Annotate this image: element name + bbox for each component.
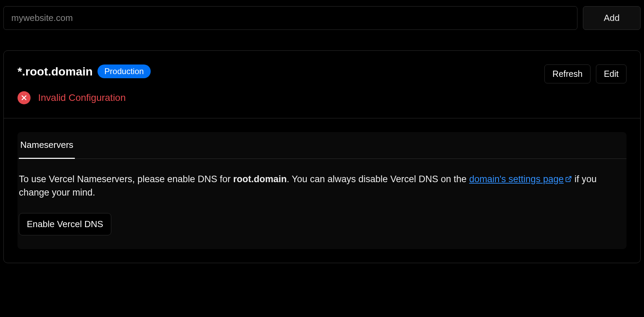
tabs: Nameservers <box>18 132 626 159</box>
domain-title: *.root.domain <box>18 65 93 78</box>
add-domain-row: Add <box>3 6 641 30</box>
settings-page-link[interactable]: domain's settings page <box>469 174 572 184</box>
inner-panel: Nameservers To use Vercel Nameservers, p… <box>18 132 626 249</box>
svg-line-2 <box>568 177 571 180</box>
domain-input[interactable] <box>3 6 577 30</box>
domain-card: *.root.domain Production Refresh Edit In… <box>3 50 641 263</box>
description-part1: To use Vercel Nameservers, please enable… <box>19 174 233 184</box>
edit-button[interactable]: Edit <box>596 64 626 83</box>
description-part2: . You can always disable Vercel DNS on t… <box>287 174 469 184</box>
status-row: Invalid Configuration <box>18 91 626 104</box>
nameservers-description: To use Vercel Nameservers, please enable… <box>19 173 625 199</box>
description-bold-domain: root.domain <box>233 174 287 184</box>
status-text: Invalid Configuration <box>38 92 126 103</box>
external-link-icon <box>565 173 572 186</box>
action-buttons: Refresh Edit <box>544 64 626 83</box>
enable-vercel-dns-button[interactable]: Enable Vercel DNS <box>19 213 111 235</box>
panel-content: To use Vercel Nameservers, please enable… <box>18 159 626 249</box>
title-row: *.root.domain Production <box>18 64 626 78</box>
settings-page-link-text: domain's settings page <box>469 174 564 184</box>
tab-nameservers[interactable]: Nameservers <box>19 132 75 159</box>
add-button[interactable]: Add <box>583 6 641 30</box>
card-body: Nameservers To use Vercel Nameservers, p… <box>4 118 640 263</box>
environment-badge: Production <box>97 64 151 78</box>
refresh-button[interactable]: Refresh <box>544 64 590 83</box>
card-header: *.root.domain Production Refresh Edit In… <box>4 51 640 118</box>
error-icon <box>18 91 31 104</box>
